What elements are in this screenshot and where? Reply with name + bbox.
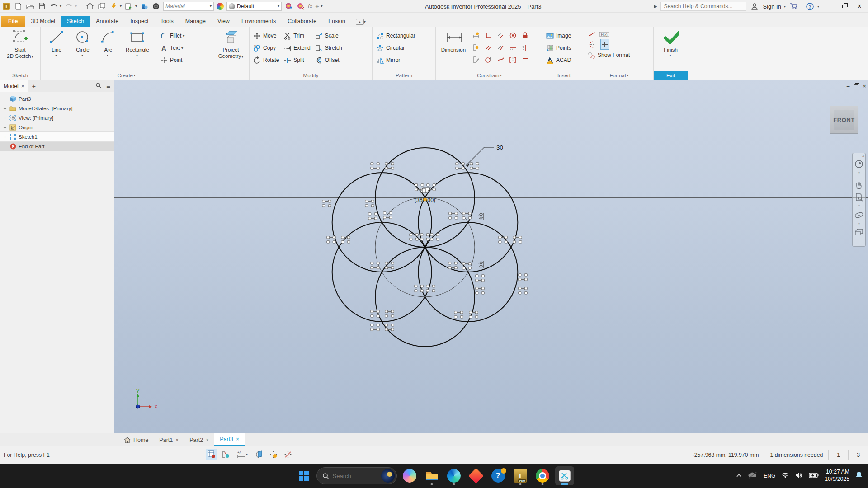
search-highlight-image[interactable] xyxy=(381,469,395,483)
tree-item-part3[interactable]: Part3 xyxy=(0,94,114,103)
line-button[interactable]: Line▾ xyxy=(45,28,68,71)
pan-icon[interactable] xyxy=(854,181,863,190)
tab-environments[interactable]: Environments xyxy=(236,16,282,27)
user-avatar-icon[interactable] xyxy=(750,2,759,11)
autodesk-app-icon[interactable] xyxy=(467,466,486,485)
sketch-axes[interactable] xyxy=(114,84,868,432)
horizontal-constraint-button[interactable] xyxy=(509,44,517,52)
driven-dimension-button[interactable]: H(x) xyxy=(599,30,610,38)
switch-documents-button[interactable] xyxy=(97,2,106,11)
minimize-button[interactable]: – xyxy=(823,1,835,12)
sign-in-dropdown[interactable]: ▾ xyxy=(784,5,786,9)
tab-close-icon[interactable]: × xyxy=(206,437,209,443)
save-button[interactable] xyxy=(37,2,46,11)
text-button[interactable]: AText▾ xyxy=(160,42,184,53)
tab-close-icon[interactable]: × xyxy=(236,436,239,442)
browser-add-tab-button[interactable]: + xyxy=(28,83,39,90)
vertical-constraint-button[interactable] xyxy=(521,44,529,52)
cart-icon[interactable] xyxy=(789,2,798,11)
doc-tab-part1[interactable]: Part1× xyxy=(154,433,184,446)
chrome-icon[interactable] xyxy=(533,466,552,485)
panel-label-format[interactable]: Format▾ xyxy=(585,71,653,80)
insert-image-button[interactable]: Image xyxy=(546,30,571,41)
redo-button[interactable] xyxy=(64,2,73,11)
tab-close-icon[interactable]: × xyxy=(175,437,179,443)
appearance-wheel-icon[interactable] xyxy=(151,2,160,11)
edge-icon[interactable] xyxy=(444,466,463,485)
snipping-tool-icon[interactable] xyxy=(555,466,574,485)
move-button[interactable]: Move xyxy=(253,30,279,41)
panel-label-create[interactable]: Create▾ xyxy=(41,71,212,80)
help-dropdown[interactable]: ▾ xyxy=(817,5,819,9)
file-explorer-icon[interactable] xyxy=(422,466,441,485)
start-button[interactable] xyxy=(294,466,313,485)
language-indicator[interactable]: ENG xyxy=(764,473,775,479)
rectangle-button[interactable]: Rectangle▾ xyxy=(121,28,154,71)
tab-manage[interactable]: Manage xyxy=(179,16,212,27)
tab-sketch[interactable]: Sketch xyxy=(61,16,90,27)
search-expand-arrow[interactable]: ▶ xyxy=(654,4,657,9)
tree-item-view-primary[interactable]: + View: [Primary] xyxy=(0,113,114,122)
qat-overflow-dropdown[interactable]: ▾ xyxy=(321,4,322,8)
parameters-fx-button[interactable]: fx xyxy=(308,3,312,9)
inventor-logo-icon[interactable]: I xyxy=(2,2,11,11)
show-constraints-toggle[interactable] xyxy=(220,449,231,460)
insert-acad-button[interactable]: ACAD xyxy=(546,55,571,66)
symmetric-constraint-button[interactable] xyxy=(509,56,517,64)
taskbar-search[interactable] xyxy=(316,467,397,484)
tree-item-model-states[interactable]: + Model States: [Primary] xyxy=(0,103,114,113)
update-dropdown[interactable]: ▾ xyxy=(135,4,137,8)
doc-tab-home[interactable]: Home xyxy=(118,433,154,446)
appearance-combobox[interactable]: Default▾ xyxy=(226,2,282,11)
parallel-constraint-button[interactable] xyxy=(485,44,492,52)
look-at-icon[interactable] xyxy=(854,229,863,236)
notification-bell-icon[interactable] xyxy=(855,471,863,480)
angle-dimension[interactable]: (360.00) xyxy=(415,197,436,203)
expand-icon[interactable]: + xyxy=(3,125,7,130)
show-format-button[interactable]: Show Format xyxy=(588,51,630,60)
tab-fusion[interactable]: Fusion xyxy=(322,16,351,27)
circular-pattern-button[interactable]: Circular xyxy=(376,42,415,53)
undo-dropdown[interactable]: ▾ xyxy=(60,4,61,8)
offset-button[interactable]: Offset xyxy=(315,55,342,66)
copy-button[interactable]: OCopy xyxy=(253,42,279,53)
show-constraints-button[interactable] xyxy=(472,44,480,52)
expand-icon[interactable]: + xyxy=(3,134,7,140)
split-button[interactable]: Split xyxy=(283,55,310,66)
help-app-icon[interactable]: ? xyxy=(489,466,508,485)
navbar-dropdown-icon[interactable]: ▾ xyxy=(858,171,860,175)
doc-tab-part2[interactable]: Part2× xyxy=(184,433,214,446)
redo-dropdown[interactable]: ▾ xyxy=(75,4,77,8)
rectangular-pattern-button[interactable]: Rectangular xyxy=(376,30,415,41)
tray-chevron-icon[interactable] xyxy=(736,473,742,479)
slice-graphics-toggle[interactable] xyxy=(253,449,264,460)
extend-button[interactable]: Extend xyxy=(283,42,310,53)
smooth-constraint-button[interactable] xyxy=(497,56,505,64)
zoom-icon[interactable] xyxy=(854,192,863,202)
expand-icon[interactable]: + xyxy=(3,115,7,121)
tab-3d-model[interactable]: 3D Model xyxy=(25,16,61,27)
orbit-icon[interactable] xyxy=(854,211,864,220)
material-combobox[interactable]: Material▾ xyxy=(163,2,214,11)
ifeature-dropdown[interactable]: ▾ xyxy=(120,4,122,8)
coincident-constraint-button[interactable] xyxy=(497,44,505,52)
doc-close-icon[interactable]: × xyxy=(863,83,866,89)
doc-restore-icon[interactable] xyxy=(854,84,858,88)
ribbon-display-toggle[interactable]: ▲▾ xyxy=(356,19,366,25)
restore-button[interactable] xyxy=(838,1,850,12)
panel-label-constrain[interactable]: Constrain▾ xyxy=(436,71,543,80)
perpendicular-constraint-button[interactable] xyxy=(485,32,492,39)
home-button[interactable] xyxy=(85,2,94,11)
scale-button[interactable]: Scale xyxy=(315,30,342,41)
tab-tools[interactable]: Tools xyxy=(155,16,179,27)
dimension-button[interactable]: Dimension xyxy=(438,28,469,71)
wifi-icon[interactable] xyxy=(781,472,789,479)
onedrive-icon[interactable] xyxy=(748,472,758,480)
new-file-button[interactable] xyxy=(14,2,23,11)
equal-constraint-button[interactable] xyxy=(521,56,529,64)
inventor-taskbar-icon[interactable]: IPRO xyxy=(511,466,530,485)
doc-tab-part3[interactable]: Part3× xyxy=(214,433,245,446)
clock[interactable]: 10:27 AM 10/9/2025 xyxy=(825,469,849,483)
clear-appearance-icon[interactable] xyxy=(296,2,305,11)
undo-button[interactable] xyxy=(49,2,58,11)
